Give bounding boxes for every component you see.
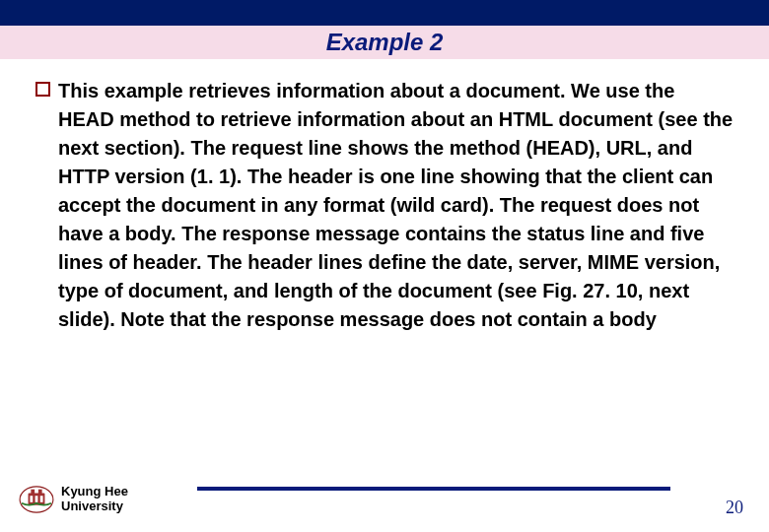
svg-rect-4 bbox=[30, 496, 33, 502]
content-area: This example retrieves information about… bbox=[0, 59, 769, 334]
university-crest-icon bbox=[18, 485, 55, 514]
slide-title: Example 2 bbox=[326, 29, 444, 56]
bullet-item: This example retrieves information about… bbox=[35, 77, 734, 334]
top-accent-bar bbox=[0, 0, 769, 26]
svg-rect-3 bbox=[38, 490, 42, 495]
university-name-line2: University bbox=[61, 499, 128, 514]
paragraph-text: This example retrieves information about… bbox=[58, 77, 734, 334]
page-number: 20 bbox=[726, 498, 743, 518]
university-logo-block: Kyung Hee University bbox=[18, 485, 128, 514]
footer: Kyung Hee University 20 bbox=[0, 471, 769, 520]
university-name-line1: Kyung Hee bbox=[61, 485, 128, 499]
svg-rect-5 bbox=[35, 496, 38, 502]
square-bullet-icon bbox=[35, 82, 50, 97]
svg-rect-6 bbox=[40, 496, 43, 502]
footer-divider bbox=[197, 487, 670, 491]
svg-rect-2 bbox=[31, 490, 35, 495]
university-name: Kyung Hee University bbox=[61, 485, 128, 514]
title-bar: Example 2 bbox=[0, 26, 769, 59]
